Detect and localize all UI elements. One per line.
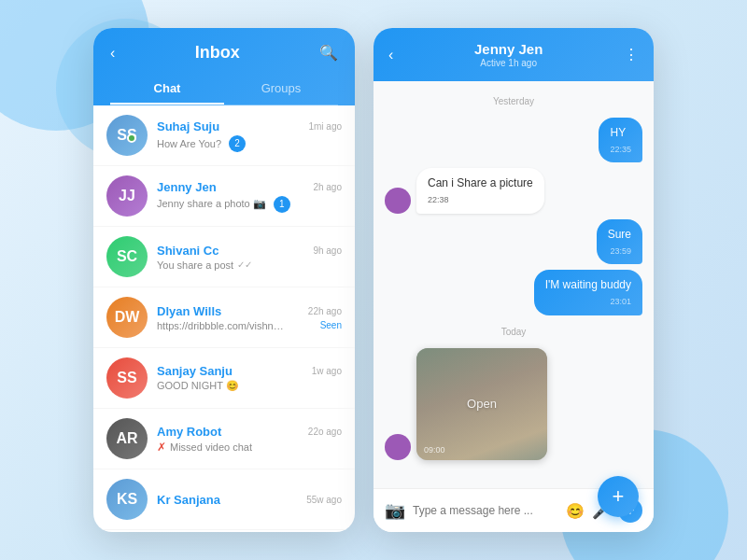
online-indicator <box>127 133 136 143</box>
chat-time: 1w ago <box>312 366 342 376</box>
avatar: AR <box>106 418 148 459</box>
message-row: Can i Share a picture 22:38 <box>385 168 642 213</box>
avatar: KS <box>106 479 148 520</box>
chat-name: Kr Sanjana <box>157 493 220 507</box>
list-item[interactable]: DW Dlyan Wills 22h ago https://dribbble.… <box>93 287 355 348</box>
message-input[interactable] <box>413 504 558 517</box>
tabs-bar: Chat Groups <box>110 74 338 105</box>
chat-preview: https://dribbble.com/vishnuvardhanm Seen <box>157 320 342 331</box>
chat-name-row: Dlyan Wills 22h ago <box>157 304 342 318</box>
chat-preview: Jenny share a photo 📷 1 <box>157 196 342 213</box>
inbox-panel: ‹ Inbox 🔍 Chat Groups SS <box>93 28 355 532</box>
chat-info: Shivani Cc 9h ago You share a post ✓✓ <box>157 244 342 271</box>
open-media-button[interactable]: Open <box>467 397 497 411</box>
chat-time: 55w ago <box>306 495 342 505</box>
avatar: DW <box>106 297 148 338</box>
chat-name: Sanjay Sanju <box>157 364 233 378</box>
message-time: 23:01 <box>545 296 631 308</box>
contact-status: Active 1h ago <box>393 58 624 68</box>
list-item[interactable]: SS Suhaj Suju 1mi ago How Are You? 2 <box>93 105 355 166</box>
unread-badge: 2 <box>229 135 246 152</box>
unread-badge: 1 <box>274 196 290 213</box>
contact-name: Jenny Jen <box>393 41 624 57</box>
chat-name-row: Kr Sanjana 55w ago <box>157 493 342 507</box>
message-time: 23:59 <box>608 245 631 258</box>
chat-messages: Yesterday HY 22:35 Can i Share a picture… <box>374 81 654 488</box>
list-item[interactable]: SC Shivani Cc 9h ago You share a post ✓✓ <box>93 227 355 287</box>
date-separator-yesterday: Yesterday <box>385 96 642 106</box>
chat-name-row: Amy Robot 22o ago <box>157 425 342 439</box>
message-bubble: Sure 23:59 <box>597 219 642 264</box>
media-message[interactable]: Open 09:00 <box>416 348 547 460</box>
back-icon[interactable]: ‹ <box>110 45 115 62</box>
more-options-icon[interactable]: ⋮ <box>624 46 639 63</box>
missed-call-icon: ✗ <box>157 441 166 454</box>
chat-info: Jenny Jen 2h ago Jenny share a photo 📷 1 <box>157 180 342 213</box>
chat-name: Jenny Jen <box>157 180 217 194</box>
chat-name: Dlyan Wills <box>157 304 221 318</box>
avatar: SS <box>106 357 148 399</box>
chat-time: 22h ago <box>308 306 342 316</box>
chat-info: Suhaj Suju 1mi ago How Are You? 2 <box>157 119 342 152</box>
message-time: 22:38 <box>428 194 533 206</box>
message-bubble: I'M waiting buddy 23:01 <box>534 270 642 315</box>
emoji-icon[interactable]: 😊 <box>566 502 585 520</box>
sender-avatar-sm <box>385 434 411 460</box>
chat-info: Dlyan Wills 22h ago https://dribbble.com… <box>157 304 342 331</box>
inbox-title: Inbox <box>195 43 240 63</box>
chat-name: Shivani Cc <box>157 244 218 258</box>
chat-info: Amy Robot 22o ago ✗ Missed video chat <box>157 425 342 454</box>
inbox-header: ‹ Inbox 🔍 Chat Groups <box>93 28 355 105</box>
chat-preview: How Are You? 2 <box>157 135 342 152</box>
chat-header-info: Jenny Jen Active 1h ago <box>393 41 624 68</box>
chat-list: SS Suhaj Suju 1mi ago How Are You? 2 <box>93 105 355 532</box>
inbox-header-top: ‹ Inbox 🔍 <box>110 43 338 63</box>
list-item[interactable]: KS Kr Sanjana 55w ago <box>93 469 355 530</box>
tab-chat[interactable]: Chat <box>110 74 224 105</box>
chat-preview: GOOD NIGHT 😊 <box>157 380 342 392</box>
list-item[interactable]: JJ Jenny Jen 2h ago Jenny share a photo … <box>93 166 355 227</box>
camera-icon[interactable]: 📷 <box>385 500 405 521</box>
chat-time: 1mi ago <box>308 121 342 132</box>
chat-time: 9h ago <box>313 245 342 256</box>
avatar: SC <box>106 236 148 277</box>
chat-name-row: Suhaj Suju 1mi ago <box>157 119 342 133</box>
double-check-icon: ✓✓ <box>237 259 252 270</box>
chat-name-row: Sanjay Sanju 1w ago <box>157 364 342 378</box>
list-item[interactable]: SS Sanjay Sanju 1w ago GOOD NIGHT 😊 <box>93 348 355 409</box>
sender-avatar-sm <box>385 188 411 214</box>
chat-preview: ✗ Missed video chat <box>157 441 342 454</box>
avatar: SS <box>106 115 148 156</box>
panels-container: ‹ Inbox 🔍 Chat Groups SS <box>93 28 654 532</box>
chat-name-row: Shivani Cc 9h ago <box>157 244 342 258</box>
chat-header: ‹ Jenny Jen Active 1h ago ⋮ <box>374 28 654 81</box>
chat-name-row: Jenny Jen 2h ago <box>157 180 342 194</box>
date-separator-today: Today <box>385 327 642 337</box>
message-row: Open 09:00 <box>385 348 642 460</box>
list-item[interactable]: AR Amy Robot 22o ago ✗ Missed video chat <box>93 409 355 469</box>
message-time: 22:35 <box>610 144 631 156</box>
chat-time: 22o ago <box>308 427 342 437</box>
chat-info: Kr Sanjana 55w ago <box>157 493 342 507</box>
chat-panel: ‹ Jenny Jen Active 1h ago ⋮ Yesterday HY… <box>374 28 654 532</box>
chat-time: 2h ago <box>313 182 342 192</box>
avatar: JJ <box>106 175 148 217</box>
chat-name: Suhaj Suju <box>157 119 219 133</box>
tab-groups[interactable]: Groups <box>224 74 338 105</box>
search-icon[interactable]: 🔍 <box>319 44 338 62</box>
chat-info: Sanjay Sanju 1w ago GOOD NIGHT 😊 <box>157 364 342 392</box>
chat-name: Amy Robot <box>157 425 221 439</box>
media-time: 09:00 <box>424 445 445 455</box>
message-bubble: HY 22:35 <box>599 118 642 162</box>
chat-preview: You share a post ✓✓ <box>157 259 342 271</box>
message-bubble: Can i Share a picture 22:38 <box>416 168 544 213</box>
